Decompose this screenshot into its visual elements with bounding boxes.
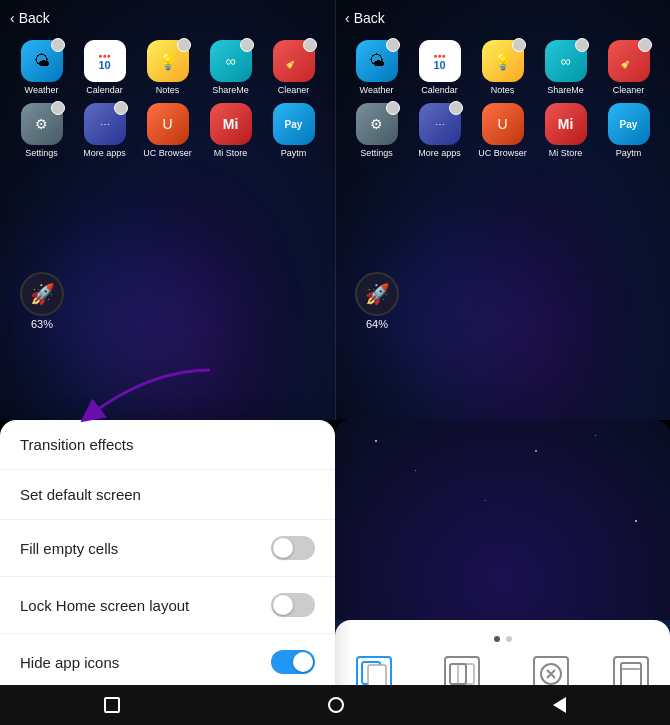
shareme-icon-left: ∞ bbox=[210, 40, 252, 82]
calendar-icon-right: ●●● 10 bbox=[419, 40, 461, 82]
right-rocket-icon: 🚀 bbox=[355, 272, 399, 316]
app-notes-right[interactable]: 💡 Notes bbox=[475, 40, 531, 95]
left-back-button[interactable]: ‹ Back bbox=[10, 10, 50, 26]
bottom-panel: Transition effects Set default screen Fi… bbox=[0, 420, 670, 725]
menu-item-fill-cells[interactable]: Fill empty cells bbox=[0, 520, 335, 577]
app-shareme-right[interactable]: ∞ ShareMe bbox=[538, 40, 594, 95]
app-ucbrowser-right[interactable]: U UC Browser bbox=[475, 103, 531, 158]
weather-label-right: Weather bbox=[360, 85, 394, 95]
cleaner-icon-left: 🧹 bbox=[273, 40, 315, 82]
right-screen-bg bbox=[335, 420, 670, 620]
ucbrowser-label-right: UC Browser bbox=[478, 148, 527, 158]
paytm-icon-right: Pay bbox=[608, 103, 650, 145]
moreapps-label-right: More apps bbox=[418, 148, 461, 158]
dot-indicators bbox=[335, 626, 670, 650]
nav-recent-button[interactable] bbox=[104, 697, 120, 713]
shareme-badge-right bbox=[575, 38, 589, 52]
weather-icon-left: 🌤 bbox=[21, 40, 63, 82]
app-shareme-left[interactable]: ∞ ShareMe bbox=[203, 40, 259, 95]
left-phone-screen: ‹ Back 🌤 Weather bbox=[0, 0, 335, 420]
stars-container bbox=[335, 420, 670, 620]
system-nav-bar bbox=[0, 685, 670, 725]
shareme-label-right: ShareMe bbox=[547, 85, 584, 95]
star-6 bbox=[595, 435, 596, 436]
app-paytm-right[interactable]: Pay Paytm bbox=[601, 103, 657, 158]
shareme-label-left: ShareMe bbox=[212, 85, 249, 95]
app-mistore-right[interactable]: Mi Mi Store bbox=[538, 103, 594, 158]
left-app-row-1: 🌤 Weather ●●● 10 Calendar bbox=[10, 40, 325, 95]
ucbrowser-icon-right: U bbox=[482, 103, 524, 145]
notes-label-right: Notes bbox=[491, 85, 515, 95]
main-container: ‹ Back 🌤 Weather bbox=[0, 0, 670, 725]
calendar-label-right: Calendar bbox=[421, 85, 458, 95]
app-weather-left[interactable]: 🌤 Weather bbox=[14, 40, 70, 95]
right-back-chevron: ‹ bbox=[345, 10, 350, 26]
app-moreapps-left[interactable]: ⋯ More apps bbox=[77, 103, 133, 158]
moreapps-badge-left bbox=[114, 101, 128, 115]
screens-row: ‹ Back 🌤 Weather bbox=[0, 0, 670, 420]
menu-item-default-screen[interactable]: Set default screen bbox=[0, 470, 335, 520]
calendar-icon-left: ●●● 10 bbox=[84, 40, 126, 82]
right-phone-screen: ‹ Back 🌤 Weather ●●● bbox=[335, 0, 670, 420]
settings-icon-right: ⚙ bbox=[356, 103, 398, 145]
cleaner-icon-right: 🧹 bbox=[608, 40, 650, 82]
svg-rect-5 bbox=[621, 663, 641, 687]
app-settings-right[interactable]: ⚙ Settings bbox=[349, 103, 405, 158]
cleaner-label-left: Cleaner bbox=[278, 85, 310, 95]
cleaner-badge-left bbox=[303, 38, 317, 52]
weather-icon-right: 🌤 bbox=[356, 40, 398, 82]
ucbrowser-icon-left: U bbox=[147, 103, 189, 145]
app-notes-left[interactable]: 💡 Notes bbox=[140, 40, 196, 95]
mistore-label-right: Mi Store bbox=[549, 148, 583, 158]
settings-badge-right bbox=[386, 101, 400, 115]
fill-empty-cells-label: Fill empty cells bbox=[20, 540, 118, 557]
cleaner-badge-right bbox=[638, 38, 652, 52]
paytm-label-left: Paytm bbox=[281, 148, 307, 158]
notes-icon-left: 💡 bbox=[147, 40, 189, 82]
app-cleaner-left[interactable]: 🧹 Cleaner bbox=[266, 40, 322, 95]
shareme-icon-right: ∞ bbox=[545, 40, 587, 82]
right-nebula-2 bbox=[415, 280, 565, 400]
left-rocket-icon: 🚀 bbox=[20, 272, 64, 316]
settings-icon-left: ⚙ bbox=[21, 103, 63, 145]
hide-icons-toggle[interactable] bbox=[271, 650, 315, 674]
app-mistore-left[interactable]: Mi Mi Store bbox=[203, 103, 259, 158]
hide-app-icons-label: Hide app icons bbox=[20, 654, 119, 671]
notes-icon-right: 💡 bbox=[482, 40, 524, 82]
star-1 bbox=[375, 440, 377, 442]
dot-1 bbox=[494, 636, 500, 642]
notes-badge-left bbox=[177, 38, 191, 52]
nav-home-button[interactable] bbox=[328, 697, 344, 713]
calendar-label-left: Calendar bbox=[86, 85, 123, 95]
star-2 bbox=[415, 470, 416, 471]
moreapps-icon-right: ⋯ bbox=[419, 103, 461, 145]
moreapps-label-left: More apps bbox=[83, 148, 126, 158]
app-weather-right[interactable]: 🌤 Weather bbox=[349, 40, 405, 95]
left-rocket-pct: 63% bbox=[31, 318, 53, 330]
right-app-row-1: 🌤 Weather ●●● 10 Calendar bbox=[345, 40, 660, 95]
left-app-grid: 🌤 Weather ●●● 10 Calendar bbox=[10, 40, 325, 166]
menu-panel: Transition effects Set default screen Fi… bbox=[0, 420, 335, 725]
right-back-button[interactable]: ‹ Back bbox=[345, 10, 385, 26]
settings-label-right: Settings bbox=[360, 148, 393, 158]
lock-layout-toggle[interactable] bbox=[271, 593, 315, 617]
app-paytm-left[interactable]: Pay Paytm bbox=[266, 103, 322, 158]
settings-badge-left bbox=[51, 101, 65, 115]
star-4 bbox=[485, 500, 486, 501]
dot-2 bbox=[506, 636, 512, 642]
app-calendar-right[interactable]: ●●● 10 Calendar bbox=[412, 40, 468, 95]
menu-item-lock-layout[interactable]: Lock Home screen layout bbox=[0, 577, 335, 634]
app-calendar-left[interactable]: ●●● 10 Calendar bbox=[77, 40, 133, 95]
app-moreapps-right[interactable]: ⋯ More apps bbox=[412, 103, 468, 158]
app-ucbrowser-left[interactable]: U UC Browser bbox=[140, 103, 196, 158]
left-app-row-2: ⚙ Settings ⋯ More apps U bbox=[10, 103, 325, 158]
fill-cells-toggle[interactable] bbox=[271, 536, 315, 560]
shareme-badge-left bbox=[240, 38, 254, 52]
app-cleaner-right[interactable]: 🧹 Cleaner bbox=[601, 40, 657, 95]
nav-back-button[interactable] bbox=[553, 697, 566, 713]
cleaner-label-right: Cleaner bbox=[613, 85, 645, 95]
right-rocket-pct: 64% bbox=[366, 318, 388, 330]
menu-item-hide-icons[interactable]: Hide app icons bbox=[0, 634, 335, 691]
app-settings-left[interactable]: ⚙ Settings bbox=[14, 103, 70, 158]
weather-badge-left bbox=[51, 38, 65, 52]
